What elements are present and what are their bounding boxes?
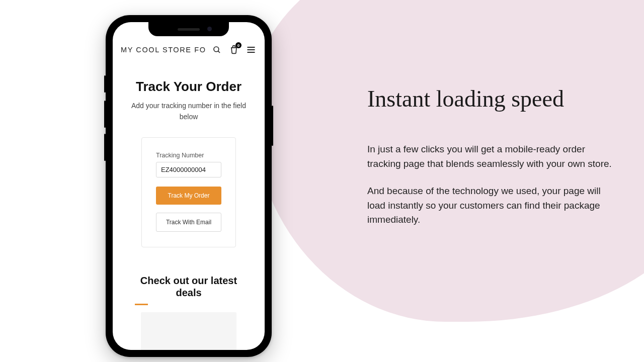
marketing-headline: Instant loading speed (367, 85, 614, 112)
tracking-number-input[interactable] (156, 162, 221, 177)
phone-notch (148, 22, 229, 36)
page-title: Track Your Order (113, 61, 265, 99)
tracking-number-label: Tracking Number (156, 152, 221, 159)
track-order-button[interactable]: Track My Order (156, 187, 221, 205)
marketing-copy: Instant loading speed In just a few clic… (367, 85, 614, 240)
accent-bar (135, 304, 148, 305)
store-name: MY COOL STORE FOR (121, 46, 205, 54)
track-with-email-button[interactable]: Track With Email (156, 213, 221, 232)
tracking-card: Tracking Number Track My Order Track Wit… (141, 137, 236, 247)
page-subtitle: Add your tracking number in the field be… (113, 99, 265, 134)
cart-icon[interactable]: 0 (228, 44, 239, 55)
marketing-para-1: In just a few clicks you will get a mobi… (367, 142, 614, 171)
store-app: MY COOL STORE FOR 0 (113, 22, 265, 350)
svg-line-1 (218, 51, 220, 53)
hamburger-icon[interactable] (246, 44, 257, 55)
store-header: MY COOL STORE FOR 0 (113, 40, 265, 61)
svg-point-0 (214, 47, 219, 52)
deals-title: Check out our latest deals (113, 247, 265, 299)
marketing-para-2: And because of the technology we used, y… (367, 184, 614, 227)
cart-badge: 0 (235, 42, 242, 48)
phone-screen: MY COOL STORE FOR 0 (113, 22, 265, 350)
search-icon[interactable] (211, 44, 222, 55)
phone-mockup: MY COOL STORE FOR 0 (106, 15, 272, 357)
deals-placeholder (141, 312, 236, 350)
